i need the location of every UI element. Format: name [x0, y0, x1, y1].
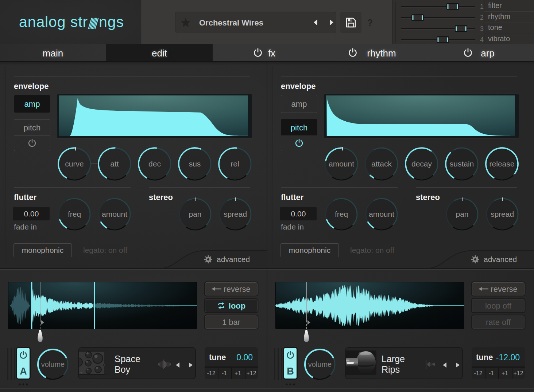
svg-text:B: B — [287, 366, 294, 377]
svg-text:volume: volume — [41, 360, 65, 368]
svg-text:freq: freq — [335, 210, 348, 218]
svg-text:1: 1 — [480, 3, 484, 10]
svg-text:spread: spread — [491, 210, 514, 218]
svg-text:decay: decay — [411, 160, 432, 168]
svg-text:amount: amount — [329, 160, 354, 168]
svg-text:pan: pan — [456, 210, 468, 218]
svg-text:volume: volume — [308, 360, 332, 368]
svg-text:3: 3 — [480, 25, 484, 32]
svg-text:pan: pan — [189, 210, 201, 218]
svg-text:4: 4 — [480, 36, 484, 43]
svg-text:att: att — [110, 160, 119, 168]
svg-text:release: release — [490, 160, 515, 168]
svg-text:attack: attack — [371, 160, 392, 168]
svg-text:2: 2 — [480, 14, 484, 21]
svg-text:sustain: sustain — [450, 160, 474, 168]
svg-text:A: A — [20, 366, 27, 377]
svg-text:freq: freq — [68, 210, 81, 218]
svg-text:amount: amount — [369, 210, 394, 218]
svg-text:curve: curve — [65, 160, 84, 168]
svg-text:sus: sus — [189, 160, 201, 168]
svg-text:spread: spread — [224, 210, 247, 218]
svg-text:amount: amount — [102, 210, 127, 218]
svg-text:dec: dec — [148, 160, 161, 168]
svg-text:rel: rel — [231, 160, 239, 168]
